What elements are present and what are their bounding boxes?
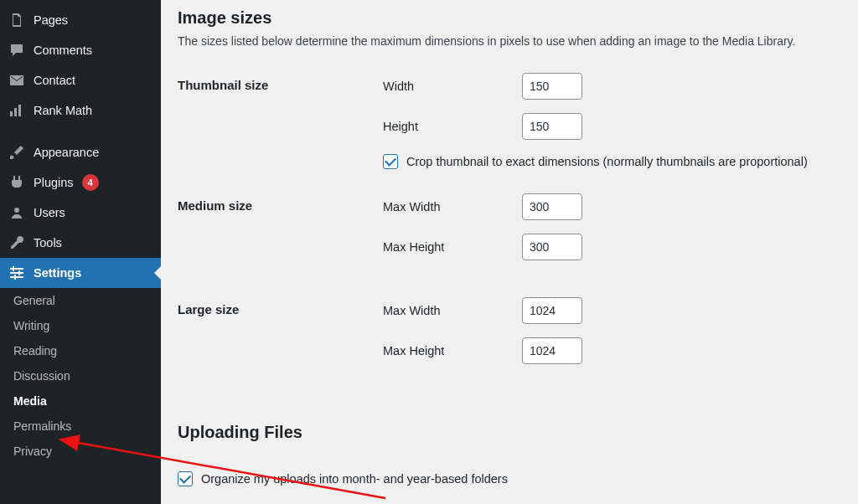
image-sizes-description: The sizes listed below determine the max… bbox=[178, 34, 841, 48]
svg-rect-4 bbox=[10, 268, 23, 270]
sidebar-item-label: Plugins bbox=[34, 176, 74, 189]
sidebar-item-label: Appearance bbox=[34, 146, 99, 159]
organize-uploads-label: Organize my uploads into month- and year… bbox=[201, 471, 508, 487]
sidebar-item-settings[interactable]: Settings bbox=[0, 258, 161, 288]
plugin-icon bbox=[8, 174, 25, 191]
sidebar-item-plugins[interactable]: Plugins 4 bbox=[0, 167, 161, 198]
image-sizes-heading: Image sizes bbox=[178, 8, 841, 28]
svg-rect-5 bbox=[10, 272, 23, 274]
svg-rect-6 bbox=[10, 276, 23, 278]
thumbnail-width-label: Width bbox=[383, 80, 509, 93]
submenu-media[interactable]: Media bbox=[0, 388, 161, 414]
submenu-privacy[interactable]: Privacy bbox=[0, 439, 161, 464]
sidebar-item-rankmath[interactable]: Rank Math bbox=[0, 95, 161, 126]
image-sizes-table: Thumbnail size Width Height Crop thumbna… bbox=[178, 69, 841, 398]
sidebar-item-pages[interactable]: Pages bbox=[0, 5, 161, 35]
envelope-icon bbox=[8, 72, 25, 89]
sliders-icon bbox=[8, 265, 25, 281]
settings-media-content: Image sizes The sizes listed below deter… bbox=[161, 0, 858, 504]
thumbnail-crop-checkbox[interactable] bbox=[383, 154, 398, 169]
sidebar-item-label: Pages bbox=[34, 13, 68, 27]
admin-sidebar: Media Pages Comments Contact Rank Math A… bbox=[0, 0, 161, 504]
plugin-update-badge: 4 bbox=[82, 174, 99, 191]
submenu-writing[interactable]: Writing bbox=[0, 313, 161, 338]
chart-bar-icon bbox=[8, 102, 25, 119]
large-max-height-label: Max Height bbox=[383, 344, 509, 357]
settings-submenu: General Writing Reading Discussion Media… bbox=[0, 288, 161, 464]
medium-max-height-input[interactable] bbox=[522, 234, 582, 260]
submenu-label: Writing bbox=[13, 319, 49, 332]
sidebar-item-label: Users bbox=[34, 206, 65, 219]
sidebar-item-appearance[interactable]: Appearance bbox=[0, 137, 161, 167]
menu-separator bbox=[0, 126, 161, 137]
comments-icon bbox=[8, 42, 25, 59]
thumbnail-size-title: Thumbnail size bbox=[178, 69, 383, 190]
medium-max-width-label: Max Width bbox=[383, 200, 509, 213]
submenu-label: Privacy bbox=[13, 445, 52, 458]
svg-rect-1 bbox=[14, 108, 17, 116]
thumbnail-height-label: Height bbox=[383, 120, 509, 133]
svg-rect-0 bbox=[10, 111, 13, 116]
uploading-files-heading: Uploading Files bbox=[178, 423, 841, 442]
submenu-label: Permalinks bbox=[13, 419, 71, 433]
submenu-permalinks[interactable]: Permalinks bbox=[0, 414, 161, 439]
submenu-discussion[interactable]: Discussion bbox=[0, 363, 161, 388]
sidebar-item-label: Contact bbox=[34, 74, 75, 87]
submenu-reading[interactable]: Reading bbox=[0, 338, 161, 363]
large-max-width-label: Max Width bbox=[383, 304, 509, 317]
sidebar-item-label: Tools bbox=[34, 236, 62, 249]
sidebar-item-users[interactable]: Users bbox=[0, 198, 161, 228]
large-size-title: Large size bbox=[178, 294, 383, 398]
sidebar-item-tools[interactable]: Tools bbox=[0, 228, 161, 258]
medium-size-title: Medium size bbox=[178, 190, 383, 294]
submenu-label: Reading bbox=[13, 344, 57, 357]
submenu-label: Discussion bbox=[13, 369, 70, 383]
sidebar-item-label: Rank Math bbox=[34, 104, 92, 117]
pages-icon bbox=[8, 12, 25, 28]
wrench-icon bbox=[8, 234, 25, 251]
submenu-label: General bbox=[13, 294, 55, 307]
thumbnail-crop-label: Crop thumbnail to exact dimensions (norm… bbox=[406, 153, 808, 170]
sidebar-item-comments[interactable]: Comments bbox=[0, 35, 161, 65]
medium-max-width-input[interactable] bbox=[522, 193, 582, 220]
large-max-height-input[interactable] bbox=[522, 337, 582, 364]
thumbnail-width-input[interactable] bbox=[522, 73, 582, 100]
large-max-width-input[interactable] bbox=[522, 297, 582, 324]
medium-max-height-label: Max Height bbox=[383, 240, 509, 254]
paintbrush-icon bbox=[8, 144, 25, 161]
sidebar-item-contact[interactable]: Contact bbox=[0, 65, 161, 95]
organize-uploads-checkbox[interactable] bbox=[178, 471, 193, 486]
sidebar-item-label: Settings bbox=[34, 266, 81, 280]
sidebar-item-label: Comments bbox=[34, 44, 92, 57]
svg-rect-9 bbox=[14, 275, 16, 280]
submenu-general[interactable]: General bbox=[0, 288, 161, 313]
svg-rect-2 bbox=[18, 105, 21, 116]
svg-point-3 bbox=[14, 208, 19, 213]
thumbnail-height-input[interactable] bbox=[522, 113, 582, 140]
submenu-label: Media bbox=[13, 394, 47, 408]
svg-rect-8 bbox=[18, 270, 20, 275]
svg-rect-7 bbox=[13, 266, 14, 271]
users-icon bbox=[8, 204, 25, 221]
